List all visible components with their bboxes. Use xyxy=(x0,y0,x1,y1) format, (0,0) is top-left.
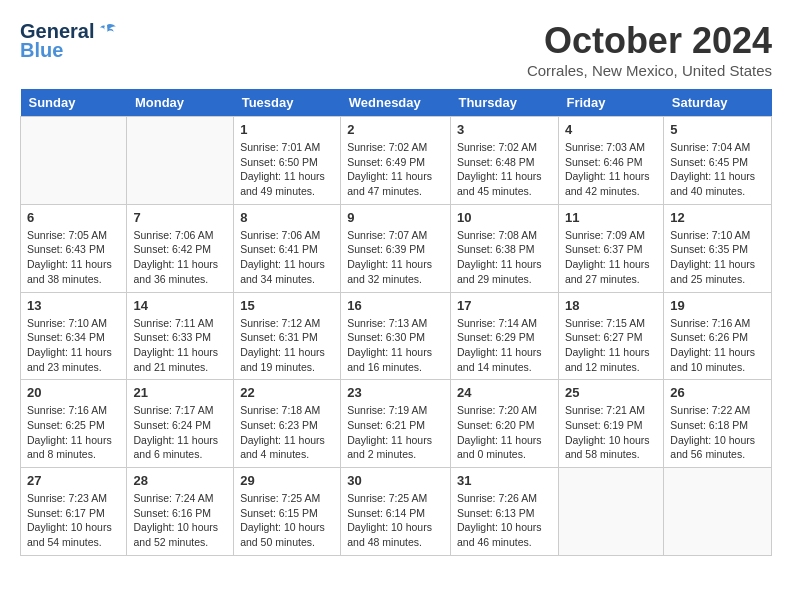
logo-blue: Blue xyxy=(20,39,63,62)
day-cell: 31Sunrise: 7:26 AM Sunset: 6:13 PM Dayli… xyxy=(450,468,558,556)
col-header-friday: Friday xyxy=(558,89,663,117)
day-number: 31 xyxy=(457,473,552,488)
day-info: Sunrise: 7:16 AM Sunset: 6:25 PM Dayligh… xyxy=(27,403,120,462)
day-number: 19 xyxy=(670,298,765,313)
location-subtitle: Corrales, New Mexico, United States xyxy=(527,62,772,79)
day-number: 4 xyxy=(565,122,657,137)
week-row-3: 13Sunrise: 7:10 AM Sunset: 6:34 PM Dayli… xyxy=(21,292,772,380)
col-header-wednesday: Wednesday xyxy=(341,89,451,117)
page-header: General Blue October 2024 Corrales, New … xyxy=(20,20,772,79)
day-cell xyxy=(21,117,127,205)
day-cell: 17Sunrise: 7:14 AM Sunset: 6:29 PM Dayli… xyxy=(450,292,558,380)
day-cell: 27Sunrise: 7:23 AM Sunset: 6:17 PM Dayli… xyxy=(21,468,127,556)
day-number: 20 xyxy=(27,385,120,400)
day-cell: 20Sunrise: 7:16 AM Sunset: 6:25 PM Dayli… xyxy=(21,380,127,468)
day-cell: 8Sunrise: 7:06 AM Sunset: 6:41 PM Daylig… xyxy=(234,204,341,292)
day-info: Sunrise: 7:18 AM Sunset: 6:23 PM Dayligh… xyxy=(240,403,334,462)
day-cell: 26Sunrise: 7:22 AM Sunset: 6:18 PM Dayli… xyxy=(664,380,772,468)
day-cell: 6Sunrise: 7:05 AM Sunset: 6:43 PM Daylig… xyxy=(21,204,127,292)
day-cell: 12Sunrise: 7:10 AM Sunset: 6:35 PM Dayli… xyxy=(664,204,772,292)
day-number: 30 xyxy=(347,473,444,488)
day-number: 6 xyxy=(27,210,120,225)
day-info: Sunrise: 7:16 AM Sunset: 6:26 PM Dayligh… xyxy=(670,316,765,375)
day-info: Sunrise: 7:03 AM Sunset: 6:46 PM Dayligh… xyxy=(565,140,657,199)
day-cell: 1Sunrise: 7:01 AM Sunset: 6:50 PM Daylig… xyxy=(234,117,341,205)
day-number: 16 xyxy=(347,298,444,313)
day-cell: 5Sunrise: 7:04 AM Sunset: 6:45 PM Daylig… xyxy=(664,117,772,205)
day-info: Sunrise: 7:24 AM Sunset: 6:16 PM Dayligh… xyxy=(133,491,227,550)
day-cell: 22Sunrise: 7:18 AM Sunset: 6:23 PM Dayli… xyxy=(234,380,341,468)
day-cell: 16Sunrise: 7:13 AM Sunset: 6:30 PM Dayli… xyxy=(341,292,451,380)
day-cell xyxy=(664,468,772,556)
day-number: 1 xyxy=(240,122,334,137)
calendar-header-row: SundayMondayTuesdayWednesdayThursdayFrid… xyxy=(21,89,772,117)
day-number: 5 xyxy=(670,122,765,137)
day-info: Sunrise: 7:01 AM Sunset: 6:50 PM Dayligh… xyxy=(240,140,334,199)
day-number: 28 xyxy=(133,473,227,488)
day-number: 11 xyxy=(565,210,657,225)
col-header-monday: Monday xyxy=(127,89,234,117)
day-info: Sunrise: 7:20 AM Sunset: 6:20 PM Dayligh… xyxy=(457,403,552,462)
day-number: 10 xyxy=(457,210,552,225)
day-info: Sunrise: 7:10 AM Sunset: 6:34 PM Dayligh… xyxy=(27,316,120,375)
day-cell: 11Sunrise: 7:09 AM Sunset: 6:37 PM Dayli… xyxy=(558,204,663,292)
day-info: Sunrise: 7:25 AM Sunset: 6:14 PM Dayligh… xyxy=(347,491,444,550)
day-number: 18 xyxy=(565,298,657,313)
logo: General Blue xyxy=(20,20,118,62)
col-header-saturday: Saturday xyxy=(664,89,772,117)
day-info: Sunrise: 7:02 AM Sunset: 6:49 PM Dayligh… xyxy=(347,140,444,199)
day-info: Sunrise: 7:04 AM Sunset: 6:45 PM Dayligh… xyxy=(670,140,765,199)
day-cell: 25Sunrise: 7:21 AM Sunset: 6:19 PM Dayli… xyxy=(558,380,663,468)
day-number: 22 xyxy=(240,385,334,400)
day-cell: 2Sunrise: 7:02 AM Sunset: 6:49 PM Daylig… xyxy=(341,117,451,205)
day-cell: 24Sunrise: 7:20 AM Sunset: 6:20 PM Dayli… xyxy=(450,380,558,468)
col-header-thursday: Thursday xyxy=(450,89,558,117)
day-number: 15 xyxy=(240,298,334,313)
day-number: 7 xyxy=(133,210,227,225)
day-info: Sunrise: 7:17 AM Sunset: 6:24 PM Dayligh… xyxy=(133,403,227,462)
day-cell xyxy=(127,117,234,205)
day-info: Sunrise: 7:06 AM Sunset: 6:42 PM Dayligh… xyxy=(133,228,227,287)
day-info: Sunrise: 7:11 AM Sunset: 6:33 PM Dayligh… xyxy=(133,316,227,375)
day-info: Sunrise: 7:19 AM Sunset: 6:21 PM Dayligh… xyxy=(347,403,444,462)
day-number: 3 xyxy=(457,122,552,137)
day-number: 21 xyxy=(133,385,227,400)
day-info: Sunrise: 7:14 AM Sunset: 6:29 PM Dayligh… xyxy=(457,316,552,375)
day-number: 26 xyxy=(670,385,765,400)
day-number: 27 xyxy=(27,473,120,488)
day-number: 8 xyxy=(240,210,334,225)
day-info: Sunrise: 7:26 AM Sunset: 6:13 PM Dayligh… xyxy=(457,491,552,550)
day-number: 25 xyxy=(565,385,657,400)
day-number: 24 xyxy=(457,385,552,400)
day-cell: 13Sunrise: 7:10 AM Sunset: 6:34 PM Dayli… xyxy=(21,292,127,380)
week-row-5: 27Sunrise: 7:23 AM Sunset: 6:17 PM Dayli… xyxy=(21,468,772,556)
day-cell xyxy=(558,468,663,556)
day-cell: 18Sunrise: 7:15 AM Sunset: 6:27 PM Dayli… xyxy=(558,292,663,380)
day-cell: 23Sunrise: 7:19 AM Sunset: 6:21 PM Dayli… xyxy=(341,380,451,468)
day-number: 2 xyxy=(347,122,444,137)
day-cell: 28Sunrise: 7:24 AM Sunset: 6:16 PM Dayli… xyxy=(127,468,234,556)
week-row-2: 6Sunrise: 7:05 AM Sunset: 6:43 PM Daylig… xyxy=(21,204,772,292)
day-cell: 7Sunrise: 7:06 AM Sunset: 6:42 PM Daylig… xyxy=(127,204,234,292)
day-number: 29 xyxy=(240,473,334,488)
logo-bird-icon xyxy=(96,21,118,43)
day-cell: 15Sunrise: 7:12 AM Sunset: 6:31 PM Dayli… xyxy=(234,292,341,380)
day-info: Sunrise: 7:12 AM Sunset: 6:31 PM Dayligh… xyxy=(240,316,334,375)
day-info: Sunrise: 7:05 AM Sunset: 6:43 PM Dayligh… xyxy=(27,228,120,287)
month-title: October 2024 xyxy=(527,20,772,62)
week-row-1: 1Sunrise: 7:01 AM Sunset: 6:50 PM Daylig… xyxy=(21,117,772,205)
day-info: Sunrise: 7:07 AM Sunset: 6:39 PM Dayligh… xyxy=(347,228,444,287)
day-info: Sunrise: 7:09 AM Sunset: 6:37 PM Dayligh… xyxy=(565,228,657,287)
day-number: 17 xyxy=(457,298,552,313)
week-row-4: 20Sunrise: 7:16 AM Sunset: 6:25 PM Dayli… xyxy=(21,380,772,468)
day-cell: 29Sunrise: 7:25 AM Sunset: 6:15 PM Dayli… xyxy=(234,468,341,556)
day-cell: 21Sunrise: 7:17 AM Sunset: 6:24 PM Dayli… xyxy=(127,380,234,468)
col-header-tuesday: Tuesday xyxy=(234,89,341,117)
day-cell: 19Sunrise: 7:16 AM Sunset: 6:26 PM Dayli… xyxy=(664,292,772,380)
title-section: October 2024 Corrales, New Mexico, Unite… xyxy=(527,20,772,79)
day-number: 14 xyxy=(133,298,227,313)
day-info: Sunrise: 7:10 AM Sunset: 6:35 PM Dayligh… xyxy=(670,228,765,287)
day-cell: 9Sunrise: 7:07 AM Sunset: 6:39 PM Daylig… xyxy=(341,204,451,292)
day-number: 13 xyxy=(27,298,120,313)
day-info: Sunrise: 7:21 AM Sunset: 6:19 PM Dayligh… xyxy=(565,403,657,462)
